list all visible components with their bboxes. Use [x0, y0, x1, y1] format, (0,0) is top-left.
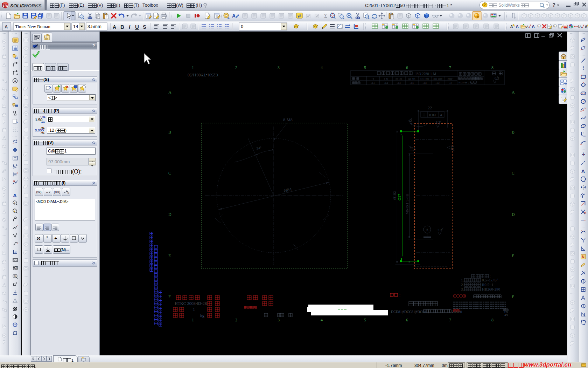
svg-text:SOLID: SOLID: [10, 3, 25, 8]
svg-text:8-M8: 8-M8: [283, 117, 293, 122]
svg-text:Ø102: Ø102: [392, 191, 397, 200]
svg-text:R0: R0: [504, 310, 508, 313]
svg-text:A: A: [14, 79, 17, 83]
svg-text:R0.5~1: R0.5~1: [482, 282, 493, 287]
svg-text:120-315: 120-315: [408, 77, 415, 80]
svg-text:S: S: [2, 4, 5, 7]
svg-text:C2501-TY0611/50: C2501-TY0611/50: [188, 73, 218, 77]
svg-text:315-1000: 315-1000: [420, 77, 429, 80]
svg-text:A: A: [113, 24, 116, 30]
svg-text:?: ?: [484, 3, 486, 7]
svg-text:F: F: [512, 294, 514, 299]
svg-text:±1.2: ±1.2: [435, 82, 440, 84]
svg-text:8: 8: [491, 65, 493, 70]
svg-text:4: 4: [321, 65, 323, 70]
svg-text:ISO2768-2-E: ISO2768-2-E: [458, 81, 472, 84]
svg-text:0.04: 0.04: [429, 113, 436, 117]
svg-text::: :: [460, 309, 461, 313]
svg-text:A: A: [168, 90, 172, 95]
svg-text:±0.8: ±0.8: [422, 82, 427, 84]
svg-text:±0.1: ±0.1: [371, 82, 375, 84]
svg-text:8: 8: [491, 318, 493, 322]
svg-text:2.: 2.: [461, 282, 464, 287]
svg-text:±: ±: [55, 236, 57, 241]
svg-text:B: B: [120, 24, 124, 30]
svg-text:7: 7: [449, 65, 451, 70]
svg-text:A: A: [15, 266, 18, 270]
svg-text:E: E: [168, 253, 171, 258]
svg-text:C: C: [512, 171, 514, 176]
svg-text:c: c: [401, 133, 402, 136]
svg-text:1: 1: [15, 300, 16, 302]
svg-text:°: °: [46, 235, 48, 240]
svg-text:6-30: 6-30: [384, 77, 388, 80]
svg-text:A: A: [581, 168, 585, 174]
svg-text:A3: A3: [504, 314, 508, 317]
svg-text:HTKC 2008-03-28: HTKC 2008-03-28: [175, 301, 207, 306]
svg-text:I: I: [129, 24, 131, 30]
svg-text:14: 14: [73, 24, 78, 29]
svg-text:A: A: [440, 113, 443, 117]
svg-text:WORKS: WORKS: [23, 3, 42, 8]
svg-text:0.5~1x45°: 0.5~1x45°: [482, 278, 498, 282]
svg-text:3: 3: [278, 65, 280, 70]
svg-text:6: 6: [406, 318, 408, 322]
svg-text:1: 1: [14, 202, 15, 204]
svg-text:D: D: [168, 212, 172, 217]
svg-text:2: 2: [235, 65, 237, 70]
svg-text::: :: [399, 293, 400, 297]
svg-text:ISO 2768-1-M: ISO 2768-1-M: [415, 72, 436, 76]
svg-text:DCD81|#DCC81|#DCS81|: DCD81|#DCC81|#DCS81|: [391, 310, 428, 314]
svg-text:x: x: [68, 191, 69, 194]
svg-text:7: 7: [449, 318, 451, 322]
svg-text:~6: ~6: [372, 77, 374, 80]
svg-text:S: S: [143, 24, 146, 30]
svg-text:?: ?: [552, 2, 555, 8]
svg-text:2: 2: [235, 318, 237, 322]
svg-text:M64X1.5-4H: M64X1.5-4H: [405, 193, 409, 214]
svg-text:A: A: [512, 90, 515, 95]
svg-text:1: 1: [192, 318, 194, 322]
svg-text:1: 1: [192, 65, 194, 70]
svg-text:3.5mm: 3.5mm: [88, 24, 102, 29]
svg-text:D: D: [512, 212, 515, 217]
svg-text:1.: 1.: [461, 278, 464, 282]
svg-text:c: c: [401, 258, 402, 260]
svg-text:0: 0: [241, 24, 243, 29]
svg-text:1: 1: [193, 307, 195, 312]
svg-text::: :: [467, 295, 467, 298]
svg-text:±0.3: ±0.3: [397, 82, 401, 84]
svg-text:2000~: 2000~: [448, 77, 454, 80]
svg-text:B: B: [168, 130, 171, 135]
svg-text:±2: ±2: [449, 82, 452, 84]
svg-text:±0.5: ±0.5: [410, 82, 414, 84]
svg-text:A: A: [13, 192, 17, 198]
svg-text:E: E: [512, 253, 514, 258]
svg-text:6: 6: [406, 65, 408, 70]
svg-text:HB260-280: HB260-280: [482, 287, 500, 291]
svg-text:22: 22: [428, 105, 432, 110]
svg-text:3.: 3.: [461, 287, 464, 291]
svg-text:U: U: [135, 24, 139, 30]
svg-text:W: W: [6, 4, 9, 7]
svg-text:N: N: [582, 255, 584, 259]
svg-text:kg: kg: [200, 313, 204, 318]
svg-text:Ø97: Ø97: [397, 194, 401, 200]
svg-text:A: A: [5, 24, 8, 29]
svg-text:A: A: [232, 13, 236, 19]
svg-text:Times New Roman: Times New Roman: [15, 24, 50, 29]
svg-text:5: 5: [364, 65, 366, 70]
svg-text:AU: AU: [14, 275, 17, 278]
svg-text:1000-2000: 1000-2000: [433, 77, 442, 80]
svg-text:C: C: [168, 171, 171, 176]
svg-text:Ø: Ø: [37, 236, 40, 241]
svg-text:5: 5: [364, 318, 366, 322]
svg-text:4: 4: [321, 318, 323, 322]
svg-text:3: 3: [278, 318, 280, 322]
svg-text:A: A: [426, 227, 429, 232]
svg-text:±0.2: ±0.2: [384, 82, 388, 84]
svg-text:F: F: [168, 294, 171, 299]
svg-text:6.3: 6.3: [495, 76, 499, 80]
svg-text:30-120: 30-120: [396, 77, 402, 80]
svg-text:B: B: [512, 130, 514, 135]
